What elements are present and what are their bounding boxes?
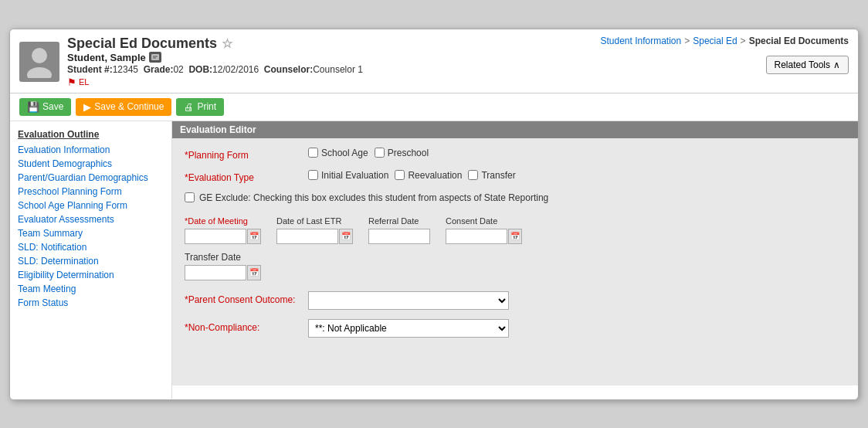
toolbar: 💾 Save ▶ Save & Continue 🖨 Print	[10, 93, 858, 121]
student-id-icon	[149, 52, 161, 63]
ge-exclude-label: GE Exclude: Checking this box excludes t…	[199, 192, 548, 203]
initial-eval-checkbox-group[interactable]: Initial Evaluation	[308, 170, 388, 181]
chevron-up-icon: ∧	[833, 59, 840, 70]
date-of-meeting-input[interactable]	[185, 229, 246, 244]
transfer-date-input-wrap: 📅	[185, 265, 846, 280]
sidebar-item-team-meeting[interactable]: Team Meeting	[10, 282, 171, 296]
planning-form-field: School Age Preschool	[308, 148, 429, 158]
non-compliance-label: *Non-Compliance:	[185, 319, 308, 333]
calendar-icon-2: 📅	[341, 232, 351, 240]
reevaluation-label: Reevaluation	[408, 170, 462, 181]
consent-date-field: Consent Date 📅	[446, 214, 522, 244]
ge-exclude-checkbox[interactable]	[185, 192, 195, 202]
sidebar-item-parent-guardian-demographics[interactable]: Parent/Guardian Demographics	[10, 171, 171, 185]
sidebar-item-sld-notification[interactable]: SLD: Notification	[10, 240, 171, 254]
date-of-last-etr-field: Date of Last ETR 📅	[276, 214, 353, 244]
transfer-checkbox-group[interactable]: Transfer	[468, 170, 515, 181]
initial-eval-label: Initial Evaluation	[321, 170, 388, 181]
school-age-label: School Age	[321, 148, 368, 158]
print-button[interactable]: 🖨 Print	[176, 98, 224, 116]
svg-rect-2	[151, 54, 159, 60]
referral-date-input[interactable]	[368, 229, 430, 244]
breadcrumb-student-info[interactable]: Student Information	[600, 36, 681, 46]
transfer-checkbox[interactable]	[468, 170, 478, 180]
parent-consent-select[interactable]	[308, 291, 509, 310]
sidebar-item-preschool-planning-form[interactable]: Preschool Planning Form	[10, 185, 171, 199]
svg-point-0	[32, 48, 47, 63]
sidebar-item-form-status[interactable]: Form Status	[10, 296, 171, 310]
date-of-last-etr-label: Date of Last ETR	[276, 214, 353, 226]
related-tools-button[interactable]: Related Tools ∧	[766, 56, 849, 74]
date-of-last-etr-input-wrap: 📅	[276, 229, 353, 244]
date-of-meeting-calendar-btn[interactable]: 📅	[247, 229, 261, 244]
sidebar-item-eligibility-determination[interactable]: Eligibility Determination	[10, 268, 171, 282]
non-compliance-field: **: Not Applicable	[308, 319, 509, 338]
breadcrumb: Student Information > Special Ed > Speci…	[600, 36, 849, 46]
sidebar: Evaluation Outline Evaluation Informatio…	[10, 121, 172, 399]
star-icon[interactable]: ☆	[222, 36, 232, 51]
sidebar-item-school-age-planning-form[interactable]: School Age Planning Form	[10, 199, 171, 212]
sidebar-section-title: Evaluation Outline	[10, 127, 171, 143]
school-age-checkbox[interactable]	[308, 148, 318, 158]
breadcrumb-sep-2: >	[741, 36, 746, 46]
related-tools-label: Related Tools	[775, 59, 831, 70]
preschool-checkbox-group[interactable]: Preschool	[375, 148, 429, 158]
transfer-date-label: Transfer Date	[185, 252, 846, 263]
non-compliance-row: *Non-Compliance: **: Not Applicable	[185, 319, 846, 338]
date-of-meeting-field: *Date of Meeting 📅	[185, 214, 261, 244]
save-continue-icon: ▶	[83, 101, 91, 113]
svg-point-1	[27, 67, 52, 78]
sidebar-item-evaluation-information[interactable]: Evaluation Information	[10, 143, 171, 157]
avatar	[19, 42, 59, 82]
consent-date-calendar-btn[interactable]: 📅	[508, 229, 522, 244]
initial-eval-checkbox[interactable]	[308, 170, 318, 180]
preschool-label: Preschool	[388, 148, 429, 158]
calendar-icon: 📅	[249, 232, 259, 240]
parent-consent-field	[308, 291, 509, 310]
referral-date-field: Referral Date	[368, 214, 430, 244]
breadcrumb-special-ed[interactable]: Special Ed	[693, 36, 737, 46]
sidebar-item-student-demographics[interactable]: Student Demographics	[10, 157, 171, 171]
ge-exclude-row: GE Exclude: Checking this box excludes t…	[185, 192, 846, 203]
breadcrumb-current: Special Ed Documents	[749, 36, 849, 46]
consent-date-input[interactable]	[446, 229, 507, 244]
student-meta: Student #:12345 Grade:02 DOB:12/02/2016 …	[67, 64, 363, 75]
date-of-last-etr-calendar-btn[interactable]: 📅	[339, 229, 353, 244]
referral-date-input-wrap	[368, 229, 430, 244]
main-window: Special Ed Documents ☆ Student, Sample S…	[9, 29, 859, 400]
consent-date-label: Consent Date	[446, 214, 522, 226]
non-compliance-select[interactable]: **: Not Applicable	[308, 319, 509, 338]
reevaluation-checkbox[interactable]	[395, 170, 405, 180]
save-icon: 💾	[27, 101, 39, 113]
breadcrumb-sep-1: >	[684, 36, 690, 46]
date-of-meeting-label: *Date of Meeting	[185, 214, 261, 226]
date-fields-group: *Date of Meeting 📅 Date of Last ETR	[185, 214, 846, 244]
save-button[interactable]: 💾 Save	[19, 98, 71, 116]
preschool-checkbox[interactable]	[375, 148, 385, 158]
main-content: Evaluation Outline Evaluation Informatio…	[10, 121, 858, 399]
parent-consent-row: *Parent Consent Outcome:	[185, 291, 846, 310]
evaluation-type-row: *Evaluation Type Initial Evaluation Reev…	[185, 170, 846, 183]
transfer-label: Transfer	[481, 170, 515, 181]
evaluation-type-field: Initial Evaluation Reevaluation Transfer	[308, 170, 516, 181]
flag-icon: ⚑	[67, 76, 76, 88]
print-icon: 🖨	[184, 101, 194, 113]
school-age-checkbox-group[interactable]: School Age	[308, 148, 368, 158]
planning-form-label: *Planning Form	[185, 148, 308, 161]
sidebar-item-evaluator-assessments[interactable]: Evaluator Assessments	[10, 212, 171, 226]
sidebar-item-sld-determination[interactable]: SLD: Determination	[10, 254, 171, 268]
app-title: Special Ed Documents ☆	[67, 36, 363, 52]
referral-date-label: Referral Date	[368, 214, 430, 226]
calendar-icon-3: 📅	[510, 232, 520, 240]
evaluation-type-label: *Evaluation Type	[185, 170, 308, 183]
planning-form-row: *Planning Form School Age Preschool	[185, 148, 846, 161]
transfer-date-input[interactable]	[185, 265, 246, 280]
student-name: Student, Sample	[67, 52, 146, 63]
sidebar-item-team-summary[interactable]: Team Summary	[10, 226, 171, 240]
date-of-last-etr-input[interactable]	[276, 229, 338, 244]
reevaluation-checkbox-group[interactable]: Reevaluation	[395, 170, 462, 181]
calendar-icon-4: 📅	[249, 268, 259, 277]
transfer-date-calendar-btn[interactable]: 📅	[247, 265, 261, 280]
save-continue-button[interactable]: ▶ Save & Continue	[76, 98, 171, 116]
transfer-date-row: Transfer Date 📅	[185, 252, 846, 280]
